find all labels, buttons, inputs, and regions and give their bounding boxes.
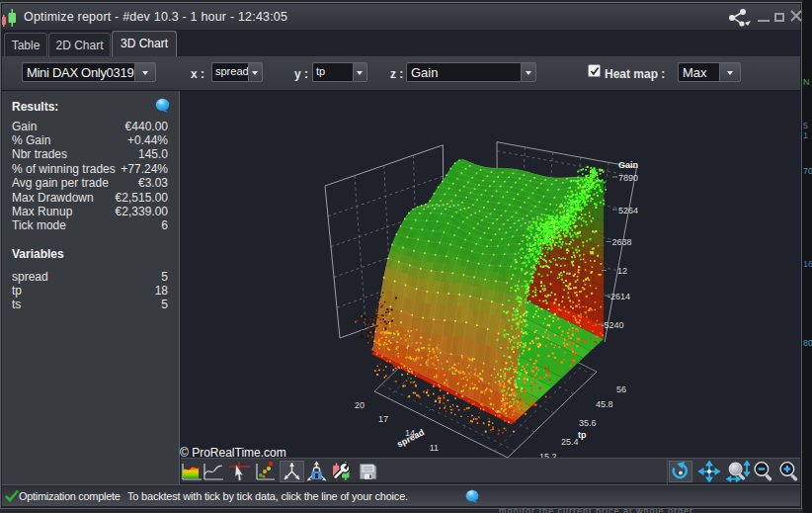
svg-text:Gain: Gain [618,160,638,170]
svg-text:20: 20 [355,400,365,410]
svg-text:12: 12 [617,266,627,276]
svg-text:56: 56 [616,385,626,394]
svg-text:11: 11 [430,443,439,453]
svg-text:25.4: 25.4 [561,437,579,447]
svg-text:35.6: 35.6 [579,418,597,428]
svg-text:2638: 2638 [611,237,631,247]
svg-text:-2614: -2614 [608,292,630,301]
svg-text:-5240: -5240 [601,320,623,330]
svg-text:17: 17 [378,414,388,424]
svg-text:5264: 5264 [618,206,638,215]
svg-text:45.8: 45.8 [596,399,613,409]
svg-text:7890: 7890 [618,173,638,183]
svg-text:tp: tp [578,430,587,440]
